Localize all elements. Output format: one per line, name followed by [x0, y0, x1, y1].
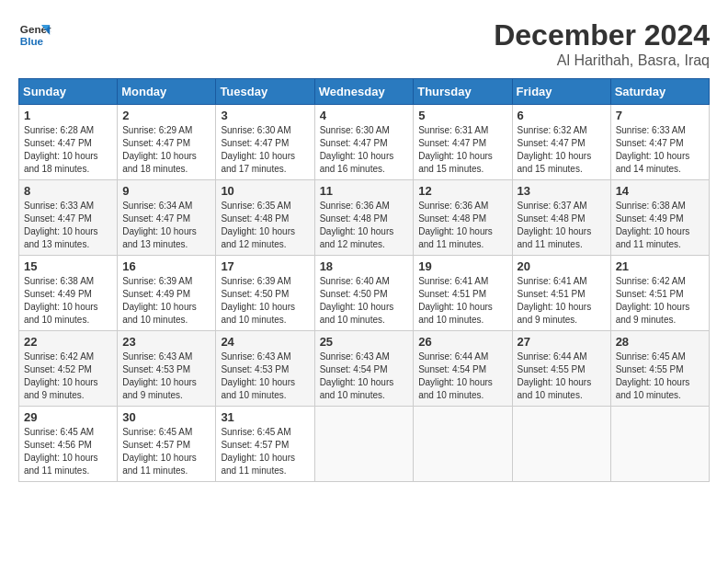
header-row: SundayMondayTuesdayWednesdayThursdayFrid…	[19, 79, 710, 105]
day-number: 10	[221, 184, 309, 198]
header-thursday: Thursday	[414, 79, 512, 105]
day-cell: 27Sunrise: 6:44 AM Sunset: 4:55 PM Dayli…	[512, 331, 610, 407]
day-info: Sunrise: 6:45 AM Sunset: 4:57 PM Dayligh…	[221, 426, 309, 477]
day-cell: 7Sunrise: 6:33 AM Sunset: 4:47 PM Daylig…	[610, 105, 709, 180]
logo: General Blue	[18, 18, 51, 52]
day-number: 2	[122, 109, 210, 122]
day-cell: 22Sunrise: 6:42 AM Sunset: 4:52 PM Dayli…	[19, 331, 118, 407]
day-number: 30	[122, 410, 210, 424]
day-cell: 6Sunrise: 6:32 AM Sunset: 4:47 PM Daylig…	[512, 105, 610, 180]
day-info: Sunrise: 6:33 AM Sunset: 4:47 PM Dayligh…	[616, 124, 704, 176]
day-info: Sunrise: 6:43 AM Sunset: 4:54 PM Dayligh…	[320, 350, 409, 402]
day-cell: 14Sunrise: 6:38 AM Sunset: 4:49 PM Dayli…	[610, 180, 709, 256]
day-number: 5	[418, 109, 506, 122]
calendar-table: SundayMondayTuesdayWednesdayThursdayFrid…	[18, 78, 710, 482]
day-info: Sunrise: 6:42 AM Sunset: 4:51 PM Dayligh…	[616, 275, 704, 327]
day-number: 18	[320, 259, 409, 273]
day-number: 19	[418, 259, 506, 273]
day-info: Sunrise: 6:44 AM Sunset: 4:55 PM Dayligh…	[518, 350, 606, 402]
location-title: Al Harithah, Basra, Iraq	[494, 52, 710, 69]
day-info: Sunrise: 6:39 AM Sunset: 4:49 PM Dayligh…	[122, 275, 210, 327]
week-row-2: 8Sunrise: 6:33 AM Sunset: 4:47 PM Daylig…	[19, 180, 710, 256]
week-row-5: 29Sunrise: 6:45 AM Sunset: 4:56 PM Dayli…	[19, 407, 710, 482]
day-info: Sunrise: 6:32 AM Sunset: 4:47 PM Dayligh…	[518, 124, 606, 176]
day-number: 20	[518, 259, 606, 273]
day-number: 31	[221, 410, 309, 424]
day-cell: 19Sunrise: 6:41 AM Sunset: 4:51 PM Dayli…	[414, 256, 512, 331]
day-info: Sunrise: 6:30 AM Sunset: 4:47 PM Dayligh…	[320, 124, 409, 176]
day-cell: 2Sunrise: 6:29 AM Sunset: 4:47 PM Daylig…	[118, 105, 216, 180]
day-number: 4	[320, 109, 409, 122]
day-cell: 3Sunrise: 6:30 AM Sunset: 4:47 PM Daylig…	[216, 105, 314, 180]
header-friday: Friday	[512, 79, 610, 105]
day-info: Sunrise: 6:44 AM Sunset: 4:54 PM Dayligh…	[418, 350, 506, 402]
day-cell: 26Sunrise: 6:44 AM Sunset: 4:54 PM Dayli…	[414, 331, 512, 407]
day-info: Sunrise: 6:45 AM Sunset: 4:55 PM Dayligh…	[616, 350, 704, 402]
day-cell: 28Sunrise: 6:45 AM Sunset: 4:55 PM Dayli…	[610, 331, 709, 407]
day-cell: 30Sunrise: 6:45 AM Sunset: 4:57 PM Dayli…	[118, 407, 216, 482]
day-cell	[512, 407, 610, 482]
day-number: 13	[518, 184, 606, 198]
day-number: 23	[122, 335, 210, 349]
week-row-1: 1Sunrise: 6:28 AM Sunset: 4:47 PM Daylig…	[19, 105, 710, 180]
day-cell: 13Sunrise: 6:37 AM Sunset: 4:48 PM Dayli…	[512, 180, 610, 256]
day-cell: 25Sunrise: 6:43 AM Sunset: 4:54 PM Dayli…	[314, 331, 414, 407]
day-number: 24	[221, 335, 309, 349]
day-info: Sunrise: 6:37 AM Sunset: 4:48 PM Dayligh…	[518, 200, 606, 251]
day-cell: 10Sunrise: 6:35 AM Sunset: 4:48 PM Dayli…	[216, 180, 314, 256]
day-info: Sunrise: 6:33 AM Sunset: 4:47 PM Dayligh…	[24, 200, 112, 251]
day-cell: 31Sunrise: 6:45 AM Sunset: 4:57 PM Dayli…	[216, 407, 314, 482]
day-info: Sunrise: 6:41 AM Sunset: 4:51 PM Dayligh…	[518, 275, 606, 327]
day-info: Sunrise: 6:30 AM Sunset: 4:47 PM Dayligh…	[221, 124, 309, 176]
header-tuesday: Tuesday	[216, 79, 314, 105]
day-number: 8	[24, 184, 112, 198]
svg-text:Blue: Blue	[20, 35, 44, 47]
day-info: Sunrise: 6:43 AM Sunset: 4:53 PM Dayligh…	[221, 350, 309, 402]
day-info: Sunrise: 6:39 AM Sunset: 4:50 PM Dayligh…	[221, 275, 309, 327]
day-cell: 18Sunrise: 6:40 AM Sunset: 4:50 PM Dayli…	[314, 256, 414, 331]
day-number: 7	[616, 109, 704, 122]
day-number: 25	[320, 335, 409, 349]
day-cell	[610, 407, 709, 482]
day-number: 21	[616, 259, 704, 273]
day-cell: 21Sunrise: 6:42 AM Sunset: 4:51 PM Dayli…	[610, 256, 709, 331]
day-info: Sunrise: 6:36 AM Sunset: 4:48 PM Dayligh…	[418, 200, 506, 251]
header-monday: Monday	[118, 79, 216, 105]
day-cell: 20Sunrise: 6:41 AM Sunset: 4:51 PM Dayli…	[512, 256, 610, 331]
day-number: 16	[122, 259, 210, 273]
day-cell: 23Sunrise: 6:43 AM Sunset: 4:53 PM Dayli…	[118, 331, 216, 407]
logo-icon: General Blue	[18, 18, 51, 52]
day-info: Sunrise: 6:31 AM Sunset: 4:47 PM Dayligh…	[418, 124, 506, 176]
day-info: Sunrise: 6:34 AM Sunset: 4:47 PM Dayligh…	[122, 200, 210, 251]
title-area: December 2024 Al Harithah, Basra, Iraq	[494, 18, 710, 69]
day-number: 11	[320, 184, 409, 198]
day-cell: 9Sunrise: 6:34 AM Sunset: 4:47 PM Daylig…	[118, 180, 216, 256]
header-saturday: Saturday	[610, 79, 709, 105]
day-number: 14	[616, 184, 704, 198]
day-info: Sunrise: 6:38 AM Sunset: 4:49 PM Dayligh…	[616, 200, 704, 251]
day-number: 3	[221, 109, 309, 122]
header-wednesday: Wednesday	[314, 79, 414, 105]
day-cell: 11Sunrise: 6:36 AM Sunset: 4:48 PM Dayli…	[314, 180, 414, 256]
day-cell: 15Sunrise: 6:38 AM Sunset: 4:49 PM Dayli…	[19, 256, 118, 331]
day-info: Sunrise: 6:45 AM Sunset: 4:57 PM Dayligh…	[122, 426, 210, 477]
day-cell: 17Sunrise: 6:39 AM Sunset: 4:50 PM Dayli…	[216, 256, 314, 331]
day-cell	[414, 407, 512, 482]
day-number: 6	[518, 109, 606, 122]
day-number: 12	[418, 184, 506, 198]
header: General Blue December 2024 Al Harithah, …	[18, 18, 710, 69]
day-cell: 29Sunrise: 6:45 AM Sunset: 4:56 PM Dayli…	[19, 407, 118, 482]
week-row-3: 15Sunrise: 6:38 AM Sunset: 4:49 PM Dayli…	[19, 256, 710, 331]
day-info: Sunrise: 6:42 AM Sunset: 4:52 PM Dayligh…	[24, 350, 112, 402]
day-number: 1	[24, 109, 112, 122]
day-cell: 4Sunrise: 6:30 AM Sunset: 4:47 PM Daylig…	[314, 105, 414, 180]
day-cell: 24Sunrise: 6:43 AM Sunset: 4:53 PM Dayli…	[216, 331, 314, 407]
day-cell: 8Sunrise: 6:33 AM Sunset: 4:47 PM Daylig…	[19, 180, 118, 256]
day-info: Sunrise: 6:45 AM Sunset: 4:56 PM Dayligh…	[24, 426, 112, 477]
header-sunday: Sunday	[19, 79, 118, 105]
day-number: 28	[616, 335, 704, 349]
day-info: Sunrise: 6:28 AM Sunset: 4:47 PM Dayligh…	[24, 124, 112, 176]
day-number: 9	[122, 184, 210, 198]
day-number: 29	[24, 410, 112, 424]
day-number: 22	[24, 335, 112, 349]
